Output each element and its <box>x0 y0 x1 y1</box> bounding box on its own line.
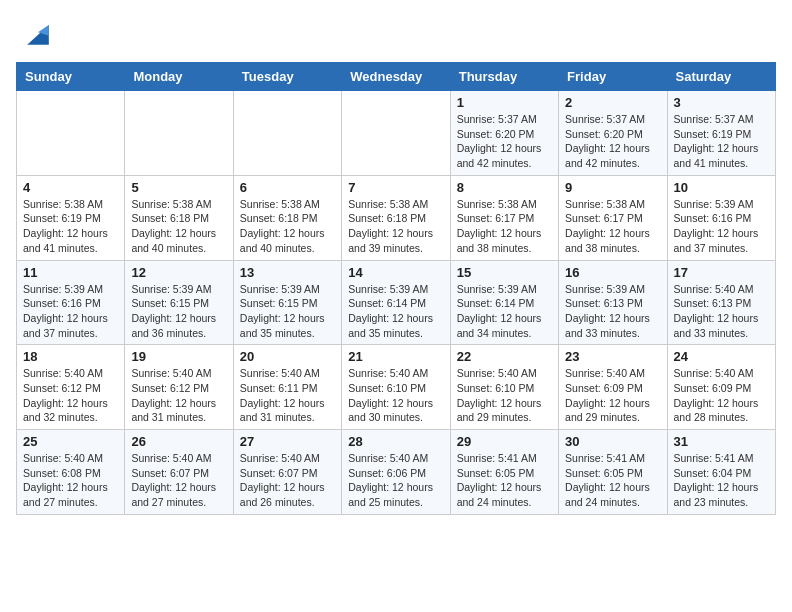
day-number: 8 <box>457 180 552 195</box>
day-number: 2 <box>565 95 660 110</box>
column-header-tuesday: Tuesday <box>233 63 341 91</box>
day-number: 30 <box>565 434 660 449</box>
day-info: Sunrise: 5:40 AM Sunset: 6:07 PM Dayligh… <box>131 451 226 510</box>
day-info: Sunrise: 5:41 AM Sunset: 6:05 PM Dayligh… <box>565 451 660 510</box>
column-header-thursday: Thursday <box>450 63 558 91</box>
day-info: Sunrise: 5:38 AM Sunset: 6:18 PM Dayligh… <box>240 197 335 256</box>
day-info: Sunrise: 5:40 AM Sunset: 6:06 PM Dayligh… <box>348 451 443 510</box>
day-number: 23 <box>565 349 660 364</box>
day-number: 28 <box>348 434 443 449</box>
day-info: Sunrise: 5:39 AM Sunset: 6:14 PM Dayligh… <box>457 282 552 341</box>
day-number: 5 <box>131 180 226 195</box>
day-info: Sunrise: 5:40 AM Sunset: 6:12 PM Dayligh… <box>131 366 226 425</box>
day-number: 4 <box>23 180 118 195</box>
day-number: 7 <box>348 180 443 195</box>
day-info: Sunrise: 5:39 AM Sunset: 6:16 PM Dayligh… <box>23 282 118 341</box>
day-cell: 15Sunrise: 5:39 AM Sunset: 6:14 PM Dayli… <box>450 260 558 345</box>
day-info: Sunrise: 5:40 AM Sunset: 6:11 PM Dayligh… <box>240 366 335 425</box>
column-header-wednesday: Wednesday <box>342 63 450 91</box>
day-info: Sunrise: 5:38 AM Sunset: 6:18 PM Dayligh… <box>131 197 226 256</box>
day-cell: 6Sunrise: 5:38 AM Sunset: 6:18 PM Daylig… <box>233 175 341 260</box>
day-cell: 13Sunrise: 5:39 AM Sunset: 6:15 PM Dayli… <box>233 260 341 345</box>
day-info: Sunrise: 5:38 AM Sunset: 6:19 PM Dayligh… <box>23 197 118 256</box>
day-cell: 2Sunrise: 5:37 AM Sunset: 6:20 PM Daylig… <box>559 91 667 176</box>
week-row-3: 11Sunrise: 5:39 AM Sunset: 6:16 PM Dayli… <box>17 260 776 345</box>
day-number: 6 <box>240 180 335 195</box>
day-cell: 21Sunrise: 5:40 AM Sunset: 6:10 PM Dayli… <box>342 345 450 430</box>
week-row-1: 1Sunrise: 5:37 AM Sunset: 6:20 PM Daylig… <box>17 91 776 176</box>
day-cell: 14Sunrise: 5:39 AM Sunset: 6:14 PM Dayli… <box>342 260 450 345</box>
day-number: 15 <box>457 265 552 280</box>
day-info: Sunrise: 5:40 AM Sunset: 6:07 PM Dayligh… <box>240 451 335 510</box>
day-cell <box>17 91 125 176</box>
day-info: Sunrise: 5:40 AM Sunset: 6:10 PM Dayligh… <box>457 366 552 425</box>
day-cell: 30Sunrise: 5:41 AM Sunset: 6:05 PM Dayli… <box>559 430 667 515</box>
day-cell: 10Sunrise: 5:39 AM Sunset: 6:16 PM Dayli… <box>667 175 775 260</box>
day-number: 22 <box>457 349 552 364</box>
day-number: 31 <box>674 434 769 449</box>
day-info: Sunrise: 5:37 AM Sunset: 6:20 PM Dayligh… <box>565 112 660 171</box>
day-info: Sunrise: 5:39 AM Sunset: 6:16 PM Dayligh… <box>674 197 769 256</box>
day-info: Sunrise: 5:38 AM Sunset: 6:18 PM Dayligh… <box>348 197 443 256</box>
day-cell: 24Sunrise: 5:40 AM Sunset: 6:09 PM Dayli… <box>667 345 775 430</box>
day-number: 18 <box>23 349 118 364</box>
day-cell: 31Sunrise: 5:41 AM Sunset: 6:04 PM Dayli… <box>667 430 775 515</box>
day-cell: 16Sunrise: 5:39 AM Sunset: 6:13 PM Dayli… <box>559 260 667 345</box>
day-number: 27 <box>240 434 335 449</box>
day-info: Sunrise: 5:40 AM Sunset: 6:09 PM Dayligh… <box>674 366 769 425</box>
day-cell: 29Sunrise: 5:41 AM Sunset: 6:05 PM Dayli… <box>450 430 558 515</box>
logo-icon <box>20 16 56 52</box>
day-number: 19 <box>131 349 226 364</box>
column-header-friday: Friday <box>559 63 667 91</box>
column-header-saturday: Saturday <box>667 63 775 91</box>
day-info: Sunrise: 5:40 AM Sunset: 6:12 PM Dayligh… <box>23 366 118 425</box>
day-cell <box>125 91 233 176</box>
day-number: 25 <box>23 434 118 449</box>
day-info: Sunrise: 5:39 AM Sunset: 6:13 PM Dayligh… <box>565 282 660 341</box>
column-header-sunday: Sunday <box>17 63 125 91</box>
day-info: Sunrise: 5:41 AM Sunset: 6:05 PM Dayligh… <box>457 451 552 510</box>
day-cell: 4Sunrise: 5:38 AM Sunset: 6:19 PM Daylig… <box>17 175 125 260</box>
day-cell: 11Sunrise: 5:39 AM Sunset: 6:16 PM Dayli… <box>17 260 125 345</box>
week-row-5: 25Sunrise: 5:40 AM Sunset: 6:08 PM Dayli… <box>17 430 776 515</box>
day-number: 3 <box>674 95 769 110</box>
header <box>16 16 776 52</box>
day-number: 29 <box>457 434 552 449</box>
day-info: Sunrise: 5:37 AM Sunset: 6:20 PM Dayligh… <box>457 112 552 171</box>
day-info: Sunrise: 5:40 AM Sunset: 6:10 PM Dayligh… <box>348 366 443 425</box>
day-cell: 23Sunrise: 5:40 AM Sunset: 6:09 PM Dayli… <box>559 345 667 430</box>
calendar-table: SundayMondayTuesdayWednesdayThursdayFrid… <box>16 62 776 515</box>
column-header-monday: Monday <box>125 63 233 91</box>
day-cell: 17Sunrise: 5:40 AM Sunset: 6:13 PM Dayli… <box>667 260 775 345</box>
day-cell: 9Sunrise: 5:38 AM Sunset: 6:17 PM Daylig… <box>559 175 667 260</box>
day-info: Sunrise: 5:40 AM Sunset: 6:13 PM Dayligh… <box>674 282 769 341</box>
day-number: 16 <box>565 265 660 280</box>
day-info: Sunrise: 5:41 AM Sunset: 6:04 PM Dayligh… <box>674 451 769 510</box>
week-row-4: 18Sunrise: 5:40 AM Sunset: 6:12 PM Dayli… <box>17 345 776 430</box>
day-info: Sunrise: 5:39 AM Sunset: 6:15 PM Dayligh… <box>240 282 335 341</box>
day-cell: 26Sunrise: 5:40 AM Sunset: 6:07 PM Dayli… <box>125 430 233 515</box>
day-info: Sunrise: 5:38 AM Sunset: 6:17 PM Dayligh… <box>457 197 552 256</box>
day-cell: 12Sunrise: 5:39 AM Sunset: 6:15 PM Dayli… <box>125 260 233 345</box>
day-cell <box>233 91 341 176</box>
day-cell: 25Sunrise: 5:40 AM Sunset: 6:08 PM Dayli… <box>17 430 125 515</box>
day-cell <box>342 91 450 176</box>
day-cell: 7Sunrise: 5:38 AM Sunset: 6:18 PM Daylig… <box>342 175 450 260</box>
day-number: 13 <box>240 265 335 280</box>
day-number: 14 <box>348 265 443 280</box>
day-number: 26 <box>131 434 226 449</box>
day-number: 10 <box>674 180 769 195</box>
day-cell: 3Sunrise: 5:37 AM Sunset: 6:19 PM Daylig… <box>667 91 775 176</box>
day-number: 9 <box>565 180 660 195</box>
day-cell: 19Sunrise: 5:40 AM Sunset: 6:12 PM Dayli… <box>125 345 233 430</box>
day-number: 17 <box>674 265 769 280</box>
day-number: 20 <box>240 349 335 364</box>
day-cell: 8Sunrise: 5:38 AM Sunset: 6:17 PM Daylig… <box>450 175 558 260</box>
day-cell: 22Sunrise: 5:40 AM Sunset: 6:10 PM Dayli… <box>450 345 558 430</box>
day-cell: 5Sunrise: 5:38 AM Sunset: 6:18 PM Daylig… <box>125 175 233 260</box>
day-number: 21 <box>348 349 443 364</box>
day-info: Sunrise: 5:39 AM Sunset: 6:14 PM Dayligh… <box>348 282 443 341</box>
day-info: Sunrise: 5:37 AM Sunset: 6:19 PM Dayligh… <box>674 112 769 171</box>
day-info: Sunrise: 5:39 AM Sunset: 6:15 PM Dayligh… <box>131 282 226 341</box>
day-cell: 18Sunrise: 5:40 AM Sunset: 6:12 PM Dayli… <box>17 345 125 430</box>
